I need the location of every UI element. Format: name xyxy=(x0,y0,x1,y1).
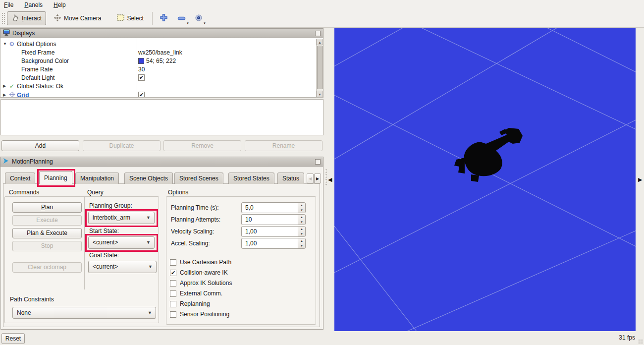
tree-label: Fixed Frame xyxy=(21,49,54,56)
planning-attempts-spinbox[interactable]: 10 ▲▼ xyxy=(241,214,306,225)
reset-button[interactable]: Reset xyxy=(1,333,25,344)
toolbar-separator xyxy=(152,12,153,25)
zoom-in-button[interactable] xyxy=(157,11,171,25)
sensor-positioning-option[interactable]: Sensor Positioning xyxy=(170,310,229,318)
fixed-frame-value[interactable]: wx250/base_link xyxy=(138,49,182,56)
splitter-handle[interactable] xyxy=(325,169,327,186)
zoom-out-button[interactable]: ▾ xyxy=(174,11,189,25)
eye-icon xyxy=(195,14,203,23)
displays-panel-header[interactable]: Displays xyxy=(0,28,323,38)
sensor-positioning-checkbox[interactable] xyxy=(170,311,176,318)
hand-icon xyxy=(11,14,19,23)
displays-icon xyxy=(3,29,10,37)
velocity-scaling-spinbox[interactable]: 1,00 ▲▼ xyxy=(241,226,306,237)
approx-ik-solutions-checkbox[interactable] xyxy=(170,280,176,287)
goal-state-label: Goal State: xyxy=(89,252,119,259)
spinner-arrows-icon[interactable]: ▲▼ xyxy=(298,227,305,236)
planning-time-spinbox[interactable]: 5,0 ▲▼ xyxy=(241,202,306,213)
3d-viewport[interactable] xyxy=(334,28,636,331)
tab-scroll-right-icon[interactable]: ▶ xyxy=(314,173,321,183)
frame-rate-value[interactable]: 30 xyxy=(138,66,145,73)
tree-row-grid[interactable]: ▶ Grid xyxy=(0,91,316,98)
tab-stored-scenes[interactable]: Stored Scenes xyxy=(174,172,223,184)
menu-help[interactable]: Help xyxy=(54,1,66,8)
tree-label: Global Options xyxy=(17,41,56,48)
default-light-checkbox[interactable] xyxy=(138,74,145,81)
tree-row-frame-rate[interactable]: Frame Rate 30 xyxy=(0,65,316,73)
move-camera-tool-button[interactable]: Move Camera xyxy=(49,11,106,25)
motion-planning-icon xyxy=(3,158,9,166)
collision-aware-ik-option[interactable]: Collision-aware IK xyxy=(170,269,228,277)
planning-attempts-label: Planning Attempts: xyxy=(171,216,220,223)
tree-row-global-options[interactable]: ▼ ⚙ Global Options xyxy=(0,40,316,48)
panel-float-button[interactable] xyxy=(315,31,321,36)
plus-icon xyxy=(160,13,168,23)
accel-scaling-value: 1,00 xyxy=(245,240,257,247)
checkbox-label: Collision-aware IK xyxy=(180,269,228,276)
tab-context[interactable]: Context xyxy=(5,172,35,184)
checkbox-label: External Comm. xyxy=(180,290,222,297)
plan-button[interactable]: Plan xyxy=(12,202,82,213)
spinner-arrows-icon[interactable]: ▲▼ xyxy=(298,203,305,213)
grid-checkbox[interactable] xyxy=(138,92,145,98)
checkbox-label: Sensor Positioning xyxy=(180,311,229,318)
camera-focus-button[interactable]: ▾ xyxy=(191,11,206,25)
accel-scaling-spinbox[interactable]: 1,00 ▲▼ xyxy=(241,238,306,249)
robot-arm-silhouette xyxy=(454,128,523,182)
spinner-arrows-icon[interactable]: ▲▼ xyxy=(298,238,305,248)
menu-panels[interactable]: Panels xyxy=(24,1,43,8)
select-tool-button[interactable]: Select xyxy=(112,11,148,25)
tree-row-background-color[interactable]: Background Color 54; 65; 222 xyxy=(0,57,316,65)
tree-label: Grid xyxy=(17,92,29,98)
commands-heading: Commands xyxy=(9,189,39,196)
chevron-down-icon[interactable]: ▾ xyxy=(187,21,189,25)
menu-file[interactable]: File xyxy=(4,1,13,8)
tab-scene-objects[interactable]: Scene Objects xyxy=(124,172,173,184)
external-comm-option[interactable]: External Comm. xyxy=(170,289,222,297)
scroll-down-icon[interactable]: ▼ xyxy=(317,91,323,97)
stop-button: Stop xyxy=(12,241,82,251)
approx-ik-solutions-option[interactable]: Approx IK Solutions xyxy=(170,279,232,287)
add-display-button[interactable]: Add xyxy=(1,140,79,151)
menu-bar: File Panels Help xyxy=(0,0,644,9)
select-tool-label: Select xyxy=(127,15,143,22)
goal-state-select[interactable]: <current> ▼ xyxy=(88,261,157,273)
tree-row-fixed-frame[interactable]: Fixed Frame wx250/base_link xyxy=(0,48,316,57)
motion-planning-panel-header[interactable]: MotionPlanning xyxy=(0,157,323,167)
tab-manipulation[interactable]: Manipulation xyxy=(75,172,119,184)
external-comm-checkbox[interactable] xyxy=(170,290,176,297)
resize-grip[interactable] xyxy=(638,339,643,344)
tree-row-default-light[interactable]: Default Light xyxy=(0,73,316,82)
move-camera-icon xyxy=(54,14,61,23)
plan-and-execute-button[interactable]: Plan & Execute xyxy=(12,228,82,238)
scrollbar-thumb[interactable] xyxy=(317,46,323,89)
tree-scrollbar[interactable]: ▲ ▼ xyxy=(316,39,323,97)
collision-aware-ik-checkbox[interactable] xyxy=(170,270,176,276)
query-heading: Query xyxy=(87,189,104,196)
collapse-arrow-icon[interactable]: ▼ xyxy=(3,42,8,46)
planning-time-label: Planning Time (s): xyxy=(171,204,219,211)
expand-arrow-icon[interactable]: ▶ xyxy=(3,84,8,88)
spinner-arrows-icon[interactable]: ▲▼ xyxy=(298,215,305,225)
scroll-up-icon[interactable]: ▲ xyxy=(317,39,323,45)
toolbar-drag-handle[interactable] xyxy=(1,12,5,24)
panel-float-button[interactable] xyxy=(315,159,321,165)
expand-arrow-icon[interactable]: ▶ xyxy=(3,93,8,97)
planning-time-value: 5,0 xyxy=(245,204,254,211)
highlight-planning-group xyxy=(85,209,158,227)
interact-tool-button[interactable]: Interact xyxy=(7,11,46,25)
replanning-checkbox[interactable] xyxy=(170,301,176,307)
background-color-value[interactable]: 54; 65; 222 xyxy=(138,58,176,64)
execute-button: Execute xyxy=(12,215,82,226)
use-cartesian-path-option[interactable]: Use Cartesian Path xyxy=(170,258,231,266)
use-cartesian-path-checkbox[interactable] xyxy=(170,259,176,266)
chevron-down-icon[interactable]: ▾ xyxy=(204,21,206,25)
tab-status[interactable]: Status xyxy=(277,172,304,184)
tab-stored-states[interactable]: Stored States xyxy=(228,172,274,184)
replanning-option[interactable]: Replanning xyxy=(170,300,210,308)
splitter-collapse-left-icon[interactable]: ◀ xyxy=(328,177,332,182)
tree-row-global-status[interactable]: ▶ ✓ Global Status: Ok xyxy=(0,82,316,90)
displays-tree: ▼ ⚙ Global Options Fixed Frame wx250/bas… xyxy=(0,38,323,98)
path-constraints-select[interactable]: None ▼ xyxy=(12,307,156,319)
splitter-expand-right-icon[interactable]: ▶ xyxy=(638,177,642,182)
